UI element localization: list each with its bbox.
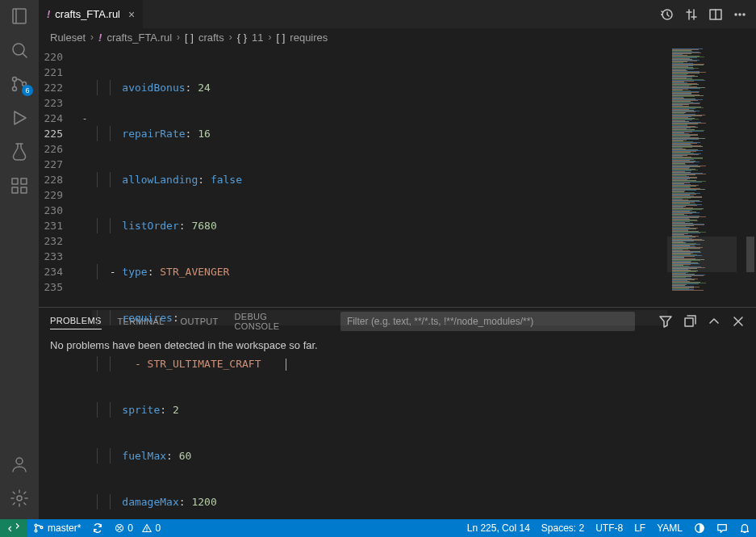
code-editor[interactable]: avoidBonus: 24 repairRate: 16 allowLandi… xyxy=(92,46,667,307)
breadcrumb-item[interactable]: Ruleset xyxy=(50,31,86,44)
yaml-file-icon: ! xyxy=(47,8,50,20)
minimap[interactable] xyxy=(667,46,745,307)
svg-point-9 xyxy=(17,496,22,501)
scrollbar-thumb[interactable] xyxy=(746,237,754,272)
array-icon: [ ] xyxy=(185,31,194,44)
svg-rect-6 xyxy=(21,187,27,193)
extensions-icon[interactable] xyxy=(10,176,29,195)
fold-toggle[interactable]: - xyxy=(77,111,92,126)
breadcrumb-item[interactable]: 11 xyxy=(252,31,263,44)
source-control-icon[interactable]: 6 xyxy=(10,74,29,94)
feedback-icon[interactable] xyxy=(711,522,733,534)
timeline-icon[interactable] xyxy=(661,8,674,21)
search-icon[interactable] xyxy=(10,40,29,60)
svg-point-13 xyxy=(739,14,741,15)
tab-label: crafts_FTA.rul xyxy=(55,8,120,20)
vertical-scrollbar[interactable] xyxy=(745,46,756,307)
tab-bar: ! crafts_FTA.rul × xyxy=(39,0,756,28)
close-panel-icon[interactable] xyxy=(732,315,745,328)
accounts-icon[interactable] xyxy=(10,455,29,474)
split-editor-icon[interactable] xyxy=(709,8,722,21)
close-icon[interactable]: × xyxy=(128,8,135,21)
breadcrumb[interactable]: Ruleset› ! crafts_FTA.rul› [ ] crafts› {… xyxy=(39,28,756,46)
remote-indicator[interactable] xyxy=(0,519,27,537)
yaml-file-icon: ! xyxy=(98,31,102,44)
more-icon[interactable] xyxy=(733,8,746,21)
run-debug-icon[interactable] xyxy=(10,108,29,128)
breadcrumb-item[interactable]: requires xyxy=(290,31,328,44)
chevron-up-icon[interactable] xyxy=(708,315,720,328)
breadcrumb-item[interactable]: crafts_FTA.rul xyxy=(107,31,172,44)
diff-icon[interactable] xyxy=(685,8,698,21)
tab-crafts-fta[interactable]: ! crafts_FTA.rul × xyxy=(39,0,144,28)
activity-bar: 6 xyxy=(0,0,39,519)
settings-gear-icon[interactable] xyxy=(10,489,29,508)
explorer-icon[interactable] xyxy=(10,6,29,26)
svg-rect-7 xyxy=(21,178,27,184)
svg-point-8 xyxy=(16,458,23,464)
array-icon: [ ] xyxy=(277,31,286,44)
scm-badge: 6 xyxy=(22,85,33,96)
notifications-icon[interactable] xyxy=(733,522,756,534)
git-branch-status[interactable]: master* xyxy=(27,522,86,534)
collapse-all-icon[interactable] xyxy=(683,315,696,328)
line-gutter: 220 221 222 223 224 225 226 227 228 229 … xyxy=(39,46,77,307)
svg-point-14 xyxy=(743,14,745,15)
testing-icon[interactable] xyxy=(10,142,29,162)
color-theme-icon[interactable] xyxy=(688,522,711,534)
svg-point-12 xyxy=(735,14,737,15)
svg-rect-5 xyxy=(12,187,18,193)
text-cursor xyxy=(286,359,286,371)
object-icon: { } xyxy=(237,31,247,44)
breadcrumb-item[interactable]: crafts xyxy=(198,31,224,44)
svg-rect-15 xyxy=(685,318,693,326)
svg-rect-4 xyxy=(12,178,18,184)
fold-gutter[interactable]: - xyxy=(77,46,92,307)
